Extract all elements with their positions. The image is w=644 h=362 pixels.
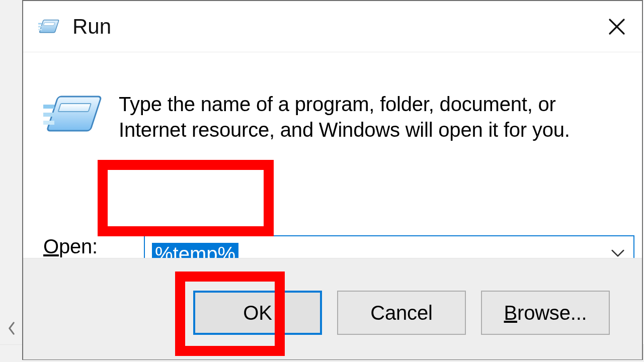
- svg-rect-0: [39, 20, 59, 32]
- highlight-open-field: [98, 160, 274, 236]
- hint-text: Type the name of a program, folder, docu…: [119, 92, 622, 143]
- svg-rect-9: [43, 105, 54, 109]
- button-row: OK Cancel Browse...: [23, 258, 642, 359]
- run-dialog: Run: [22, 0, 643, 360]
- cancel-button[interactable]: Cancel: [337, 291, 466, 335]
- left-panel: [0, 0, 23, 362]
- open-label: Open:: [43, 235, 98, 258]
- back-chevron-icon[interactable]: [3, 320, 20, 337]
- window-title: Run: [72, 15, 111, 39]
- titlebar: Run: [23, 1, 642, 52]
- svg-rect-2: [38, 23, 42, 24]
- browse-button[interactable]: Browse...: [481, 291, 610, 335]
- close-button[interactable]: [602, 12, 632, 42]
- svg-rect-10: [43, 113, 54, 117]
- run-large-icon: [43, 93, 104, 138]
- run-app-icon: [38, 17, 60, 36]
- svg-rect-8: [58, 104, 91, 112]
- ok-button[interactable]: OK: [193, 291, 322, 335]
- svg-rect-7: [47, 97, 101, 131]
- svg-rect-4: [38, 29, 42, 30]
- svg-rect-1: [43, 22, 54, 25]
- svg-rect-11: [43, 121, 54, 125]
- svg-rect-3: [38, 26, 42, 27]
